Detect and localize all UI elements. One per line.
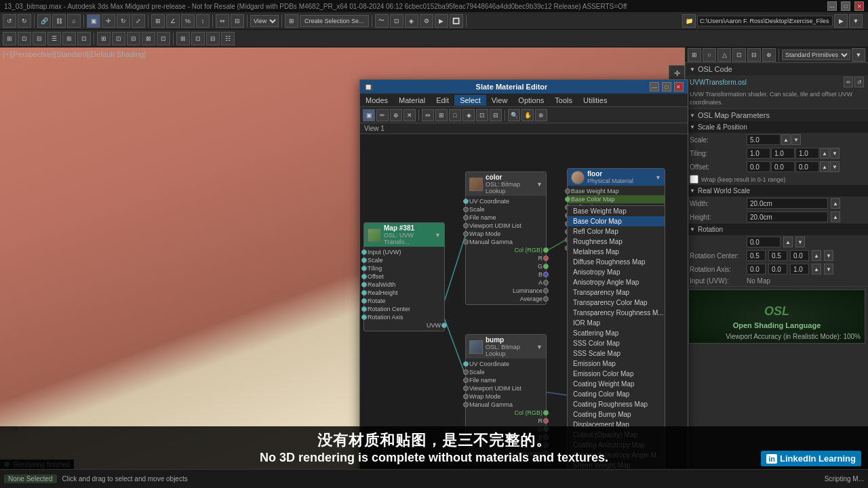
socket-tiling-in[interactable] [361, 266, 367, 271]
dd-coating-roughness[interactable]: Coating Roughness Map [568, 399, 665, 409]
socket-lum-out[interactable] [543, 288, 549, 293]
redo-btn[interactable]: ↻ [18, 14, 31, 28]
ra-y-input[interactable] [768, 264, 787, 274]
dd-coating-weight[interactable]: Coating Weight Map [568, 379, 665, 389]
tiling-z-input[interactable] [795, 148, 819, 159]
render-setup-btn[interactable]: ⚙ [420, 14, 433, 28]
quick-render-btn[interactable]: 🔳 [450, 14, 463, 28]
offset-down-btn[interactable]: ▼ [830, 161, 840, 172]
socket-r-out2[interactable] [543, 418, 549, 424]
width-input[interactable] [747, 198, 828, 209]
socket-in[interactable] [463, 223, 469, 228]
sme-tool-map[interactable]: ⊡ [476, 109, 488, 121]
sme-menu-utilities[interactable]: Utilities [578, 95, 612, 106]
real-world-header[interactable]: Real World Scale [686, 185, 868, 197]
dd-emission-color[interactable]: Emission Color Map [568, 369, 665, 379]
sme-tool-pan[interactable]: ✋ [521, 109, 534, 121]
tb2-btn6[interactable]: ⊡ [77, 32, 91, 45]
dd-diffuse-roughness[interactable]: Diffuse Roughness Map [568, 257, 665, 267]
sme-menu-tools[interactable]: Tools [549, 95, 578, 106]
sme-menu-options[interactable]: Options [513, 95, 549, 106]
app-minimize-btn[interactable]: — [827, 1, 837, 11]
dd-transparency-roughness[interactable]: Transparency Roughness M... [568, 308, 665, 318]
unlink-btn[interactable]: ⛓ [52, 14, 66, 28]
tr-btn5[interactable]: ⊟ [747, 48, 761, 62]
sme-close-btn[interactable]: ✕ [674, 82, 684, 92]
tb2-btn8[interactable]: ⊡ [112, 32, 125, 45]
socket-col-out-bump[interactable] [543, 410, 549, 415]
socket-a-out[interactable] [543, 280, 549, 285]
scale-down-btn[interactable]: ▼ [791, 134, 801, 145]
sme-tool-picker[interactable]: ⊕ [390, 109, 402, 121]
tb2-btn9[interactable]: ⊟ [127, 32, 140, 45]
dd-sss-color[interactable]: SSS Color Map [568, 338, 665, 348]
path-options-btn[interactable]: ▼ [849, 14, 863, 28]
scale-btn[interactable]: ⤢ [132, 14, 145, 28]
tb2-btn3[interactable]: ⊟ [33, 32, 46, 45]
schematic-view-btn[interactable]: ⊡ [390, 14, 403, 28]
sme-menu-modes[interactable]: Modes [360, 95, 393, 106]
tb2-btn10[interactable]: ⊠ [142, 32, 155, 45]
dd-transparency-color[interactable]: Transparency Color Map [568, 298, 665, 308]
tb2-btn1[interactable]: ⊞ [3, 32, 16, 45]
sme-tool-view[interactable]: □ [449, 109, 461, 121]
socket-g-out[interactable] [543, 264, 549, 269]
dd-scattering[interactable]: Scattering Map [568, 328, 665, 338]
osl-params-header[interactable]: OSL Map Parameters [686, 109, 868, 121]
sme-menu-select[interactable]: Select [454, 95, 486, 106]
tiling-y-input[interactable] [771, 148, 795, 159]
dd-base-color[interactable]: Base Color Map [568, 216, 665, 226]
scale-up-btn[interactable]: ▲ [781, 134, 791, 145]
dd-transparency[interactable]: Transparency Map [568, 287, 665, 298]
bind-space-warp-btn[interactable]: ⌂ [67, 14, 81, 28]
reference-coord-select[interactable]: View [250, 15, 279, 27]
curve-editor-btn[interactable]: 〜 [375, 14, 389, 28]
socket-realheight-in[interactable] [361, 290, 367, 296]
socket-base-color-in[interactable] [565, 197, 570, 202]
socket-in[interactable] [463, 231, 469, 237]
tb2-btn11[interactable]: ⊡ [157, 32, 170, 45]
socket-b-out[interactable] [543, 272, 549, 277]
app-maximize-btn[interactable]: □ [841, 1, 850, 11]
tiling-up-btn[interactable]: ▲ [820, 148, 829, 159]
render-frame-btn[interactable]: ▶ [435, 14, 448, 28]
select-mode-btn[interactable]: ▣ [87, 14, 100, 28]
dd-sss-scale[interactable]: SSS Scale Map [568, 348, 665, 359]
sme-tool-layout[interactable]: ⊞ [435, 109, 448, 121]
tb2-btn14[interactable]: ⊟ [206, 32, 220, 45]
rotation-input[interactable] [747, 237, 781, 247]
align-btn[interactable]: ⊟ [231, 14, 244, 28]
sme-tool-select[interactable]: ▣ [363, 109, 375, 121]
tr-btn2[interactable]: ○ [703, 48, 716, 62]
tb2-btn12[interactable]: ⊞ [176, 32, 190, 45]
socket-input-uvw[interactable] [361, 249, 367, 255]
rc-z-input[interactable] [790, 250, 809, 261]
socket-in[interactable] [463, 402, 469, 407]
node-color[interactable]: color OSL: Bitmap Lookup ▼ UV Coordinate… [465, 171, 547, 305]
height-input[interactable] [747, 211, 828, 222]
path-input[interactable] [697, 16, 833, 26]
sme-maximize-btn[interactable]: □ [662, 82, 671, 92]
angle-snap-btn[interactable]: ∠ [166, 14, 180, 28]
tr-options-btn[interactable]: ▼ [852, 48, 865, 62]
dd-coating-color[interactable]: Coating Color Map [568, 389, 665, 399]
app-close-btn[interactable]: ✕ [854, 1, 864, 11]
tb2-btn13[interactable]: ⊡ [191, 32, 205, 45]
sme-tool-material[interactable]: ◈ [462, 109, 475, 121]
rotate-btn[interactable]: ↻ [117, 14, 130, 28]
ra-x-input[interactable] [747, 264, 766, 274]
tiling-x-input[interactable] [747, 148, 770, 159]
dd-refl-color[interactable]: Refl Color Map [568, 226, 665, 237]
wrap-checkbox[interactable] [690, 175, 698, 184]
socket-in[interactable] [463, 239, 469, 245]
rc-y-input[interactable] [768, 250, 787, 261]
socket-in[interactable] [463, 369, 469, 375]
socket-rotation-center-in[interactable] [361, 306, 367, 312]
rotation-header[interactable]: Rotation [686, 224, 868, 235]
tb2-btn15[interactable]: ☷ [221, 32, 235, 45]
dd-anisotropy[interactable]: Anisotropy Map [568, 267, 665, 277]
spinner-snap-btn[interactable]: ↕ [196, 14, 210, 28]
tr-btn1[interactable]: ⊞ [688, 48, 701, 62]
socket-rotation-axis-in[interactable] [361, 314, 367, 320]
socket-r-out[interactable] [543, 256, 549, 261]
